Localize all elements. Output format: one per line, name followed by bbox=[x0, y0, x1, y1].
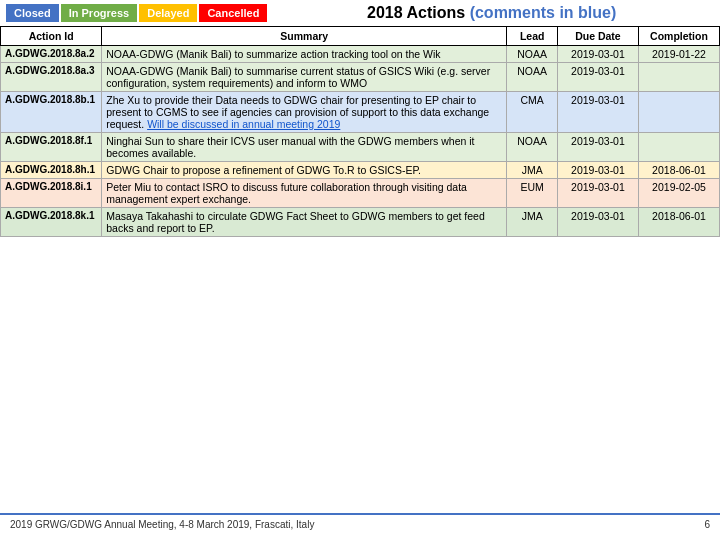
due-date-cell: 2019-03-01 bbox=[557, 63, 638, 92]
badge-closed: Closed bbox=[6, 4, 59, 22]
table-row: A.GDWG.2018.8b.1Zhe Xu to provide their … bbox=[1, 92, 720, 133]
action-id-cell: A.GDWG.2018.8h.1 bbox=[1, 162, 102, 179]
page-title: 2018 Actions (comments in blue) bbox=[269, 4, 714, 22]
summary-cell: Ninghai Sun to share their ICVS user man… bbox=[102, 133, 507, 162]
col-header-lead: Lead bbox=[507, 27, 558, 46]
summary-cell: Peter Miu to contact ISRO to discuss fut… bbox=[102, 179, 507, 208]
table-row: A.GDWG.2018.8a.2NOAA-GDWG (Manik Bali) t… bbox=[1, 46, 720, 63]
badge-cancelled: Cancelled bbox=[199, 4, 267, 22]
summary-cell: Zhe Xu to provide their Data needs to GD… bbox=[102, 92, 507, 133]
due-date-cell: 2019-03-01 bbox=[557, 133, 638, 162]
table-row: A.GDWG.2018.8h.1GDWG Chair to propose a … bbox=[1, 162, 720, 179]
col-header-summary: Summary bbox=[102, 27, 507, 46]
action-id-cell: A.GDWG.2018.8f.1 bbox=[1, 133, 102, 162]
due-date-cell: 2019-03-01 bbox=[557, 162, 638, 179]
footer-left: 2019 GRWG/GDWG Annual Meeting, 4-8 March… bbox=[10, 519, 314, 530]
link-text[interactable]: Will be discussed in annual meeting 2019 bbox=[147, 118, 340, 130]
completion-cell bbox=[638, 63, 719, 92]
lead-cell: EUM bbox=[507, 179, 558, 208]
table-row: A.GDWG.2018.8f.1Ninghai Sun to share the… bbox=[1, 133, 720, 162]
col-header-completion: Completion bbox=[638, 27, 719, 46]
lead-cell: CMA bbox=[507, 92, 558, 133]
action-id-cell: A.GDWG.2018.8b.1 bbox=[1, 92, 102, 133]
badge-delayed: Delayed bbox=[139, 4, 197, 22]
completion-cell: 2018-06-01 bbox=[638, 208, 719, 237]
actions-table: Action Id Summary Lead Due Date Completi… bbox=[0, 26, 720, 237]
summary-cell: NOAA-GDWG (Manik Bali) to summarize acti… bbox=[102, 46, 507, 63]
due-date-cell: 2019-03-01 bbox=[557, 46, 638, 63]
footer: 2019 GRWG/GDWG Annual Meeting, 4-8 March… bbox=[0, 513, 720, 530]
completion-cell: 2019-02-05 bbox=[638, 179, 719, 208]
summary-cell: GDWG Chair to propose a refinement of GD… bbox=[102, 162, 507, 179]
due-date-cell: 2019-03-01 bbox=[557, 179, 638, 208]
action-id-cell: A.GDWG.2018.8k.1 bbox=[1, 208, 102, 237]
header-bar: Closed In Progress Delayed Cancelled 201… bbox=[0, 0, 720, 26]
completion-cell bbox=[638, 133, 719, 162]
table-row: A.GDWG.2018.8a.3NOAA-GDWG (Manik Bali) t… bbox=[1, 63, 720, 92]
action-id-cell: A.GDWG.2018.8a.3 bbox=[1, 63, 102, 92]
due-date-cell: 2019-03-01 bbox=[557, 92, 638, 133]
table-row: A.GDWG.2018.8k.1Masaya Takahashi to circ… bbox=[1, 208, 720, 237]
summary-cell: NOAA-GDWG (Manik Bali) to summarise curr… bbox=[102, 63, 507, 92]
lead-cell: JMA bbox=[507, 208, 558, 237]
footer-right: 6 bbox=[704, 519, 710, 530]
completion-cell bbox=[638, 92, 719, 133]
table-header-row: Action Id Summary Lead Due Date Completi… bbox=[1, 27, 720, 46]
col-header-action-id: Action Id bbox=[1, 27, 102, 46]
table-row: A.GDWG.2018.8i.1Peter Miu to contact ISR… bbox=[1, 179, 720, 208]
title-blue: (comments in blue) bbox=[470, 4, 617, 21]
lead-cell: NOAA bbox=[507, 63, 558, 92]
summary-cell: Masaya Takahashi to circulate GDWG Fact … bbox=[102, 208, 507, 237]
title-main: 2018 Actions bbox=[367, 4, 470, 21]
lead-cell: NOAA bbox=[507, 133, 558, 162]
lead-cell: JMA bbox=[507, 162, 558, 179]
badge-inprogress: In Progress bbox=[61, 4, 138, 22]
action-id-cell: A.GDWG.2018.8i.1 bbox=[1, 179, 102, 208]
due-date-cell: 2019-03-01 bbox=[557, 208, 638, 237]
action-id-cell: A.GDWG.2018.8a.2 bbox=[1, 46, 102, 63]
lead-cell: NOAA bbox=[507, 46, 558, 63]
completion-cell: 2018-06-01 bbox=[638, 162, 719, 179]
completion-cell: 2019-01-22 bbox=[638, 46, 719, 63]
col-header-due-date: Due Date bbox=[557, 27, 638, 46]
